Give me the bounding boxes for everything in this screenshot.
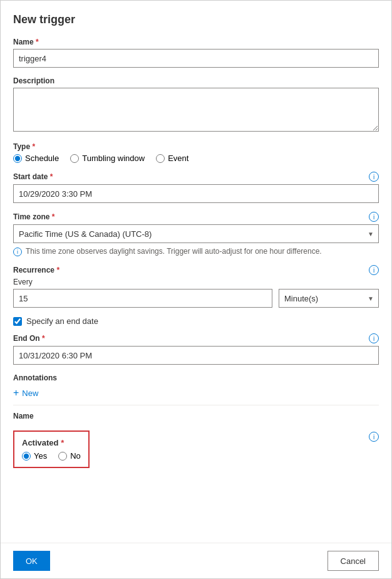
plus-icon: + xyxy=(13,387,19,399)
recurrence-field-group: Recurrence i Every Minute(s) Hour(s) Day… xyxy=(13,265,379,308)
time-zone-info-message: This time zone observes daylight savings… xyxy=(26,247,322,256)
activated-section-wrapper: Activated Yes No i xyxy=(13,430,379,474)
type-schedule-option[interactable]: Schedule xyxy=(13,154,59,163)
activated-no-radio[interactable] xyxy=(58,452,67,461)
ok-button[interactable]: OK xyxy=(13,551,50,571)
activated-label: Activated xyxy=(22,438,64,447)
dialog-title: New trigger xyxy=(13,13,379,26)
start-date-input[interactable] xyxy=(13,184,379,203)
start-date-label: Start date xyxy=(13,172,53,181)
type-label: Type xyxy=(13,142,379,151)
end-on-label: End On xyxy=(13,334,45,343)
type-event-option[interactable]: Event xyxy=(156,154,188,163)
type-tumbling-label: Tumbling window xyxy=(82,154,145,163)
activated-section: Activated Yes No xyxy=(13,430,90,468)
time-zone-info-text: i This time zone observes daylight savin… xyxy=(13,247,379,256)
type-radio-group: Schedule Tumbling window Event xyxy=(13,154,379,163)
time-zone-label: Time zone xyxy=(13,212,54,221)
activated-yes-radio[interactable] xyxy=(22,452,31,461)
new-trigger-dialog: New trigger Name Description Type Schedu… xyxy=(0,0,392,579)
annotations-col-name: Name xyxy=(13,409,379,423)
add-new-button[interactable]: + New xyxy=(13,385,38,401)
description-label: Description xyxy=(13,76,379,85)
activated-no-label: No xyxy=(70,451,81,461)
recurrence-unit-wrapper: Minute(s) Hour(s) Day(s) Week(s) Month(s… xyxy=(279,289,379,308)
specify-end-date-row: Specify an end date xyxy=(13,316,379,326)
annotations-divider xyxy=(13,405,379,405)
activated-radio-group: Yes No xyxy=(22,451,81,461)
end-on-input[interactable] xyxy=(13,346,379,365)
annotations-section: Annotations + New Name xyxy=(13,373,379,423)
type-event-radio[interactable] xyxy=(156,154,165,163)
activated-yes-label: Yes xyxy=(34,451,47,461)
name-field-group: Name xyxy=(13,38,379,68)
type-schedule-label: Schedule xyxy=(25,154,59,163)
recurrence-info-icon[interactable]: i xyxy=(369,265,379,275)
type-field-group: Type Schedule Tumbling window Event xyxy=(13,142,379,163)
type-schedule-radio[interactable] xyxy=(13,154,22,163)
time-zone-info-icon[interactable]: i xyxy=(369,212,379,222)
time-zone-select-wrapper: Pacific Time (US & Canada) (UTC-8) ▼ xyxy=(13,224,379,243)
recurrence-label: Recurrence xyxy=(13,266,59,274)
add-new-label: New xyxy=(22,389,38,398)
annotations-label: Annotations xyxy=(13,373,379,382)
time-zone-info-sm-icon: i xyxy=(13,248,22,256)
start-date-field-group: Start date i xyxy=(13,172,379,203)
time-zone-select[interactable]: Pacific Time (US & Canada) (UTC-8) xyxy=(13,224,379,243)
recurrence-num-wrapper xyxy=(13,289,272,308)
type-tumbling-option[interactable]: Tumbling window xyxy=(70,154,145,163)
end-on-field-group: End On i xyxy=(13,333,379,365)
recurrence-num-input[interactable] xyxy=(13,289,272,308)
activated-no-option[interactable]: No xyxy=(58,451,81,461)
activated-yes-option[interactable]: Yes xyxy=(22,451,47,461)
description-field-group: Description xyxy=(13,76,379,133)
cancel-button[interactable]: Cancel xyxy=(328,551,379,571)
type-event-label: Event xyxy=(168,154,188,163)
start-date-info-icon[interactable]: i xyxy=(369,172,379,182)
time-zone-field-group: Time zone i Pacific Time (US & Canada) (… xyxy=(13,212,379,256)
recurrence-unit-select[interactable]: Minute(s) Hour(s) Day(s) Week(s) Month(s… xyxy=(279,289,379,308)
specify-end-date-checkbox[interactable] xyxy=(13,317,22,326)
recurrence-every-label: Every xyxy=(13,278,379,286)
end-on-info-icon[interactable]: i xyxy=(369,333,379,343)
name-label: Name xyxy=(13,38,379,46)
activated-info-icon[interactable]: i xyxy=(369,432,379,442)
description-textarea[interactable] xyxy=(13,88,379,132)
dialog-footer: OK Cancel xyxy=(1,543,391,578)
type-tumbling-radio[interactable] xyxy=(70,154,79,163)
specify-end-date-label: Specify an end date xyxy=(26,316,98,326)
recurrence-row: Minute(s) Hour(s) Day(s) Week(s) Month(s… xyxy=(13,289,379,308)
name-input[interactable] xyxy=(13,49,379,68)
